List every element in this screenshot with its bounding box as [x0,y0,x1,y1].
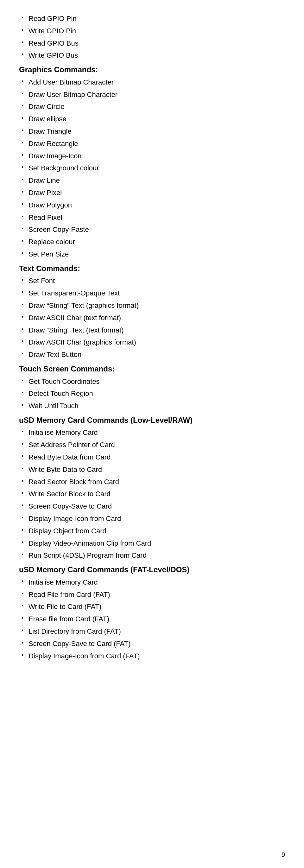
list-item: Draw Triangle [19,125,285,138]
list-item: Write File to Card (FAT) [19,601,285,613]
list-item: Draw Rectangle [19,138,285,150]
list-item: Set Font [19,275,285,287]
list-item: Draw ASCII Char (text format) [19,312,285,324]
list-item: Draw User Bitmap Character [19,89,285,101]
list-item: Get Touch Coordinates [19,376,285,388]
list-item: Read Byte Data from Card [19,451,285,464]
usd-fat-list: Initialise Memory Card Read File from Ca… [19,576,285,662]
list-item: Initialise Memory Card [19,427,285,439]
list-item: Draw Polygon [19,199,285,212]
touch-screen-list: Get Touch Coordinates Detect Touch Regio… [19,376,285,412]
list-item: Display Video-Animation Clip from Card [19,537,285,550]
list-item: Screen Copy-Save to Card [19,500,285,513]
list-item: Display Image-Icon from Card [19,513,285,525]
list-item: Draw Text Button [19,349,285,361]
list-item: Read GPIO Pin [19,13,285,25]
graphics-list: Add User Bitmap Character Draw User Bitm… [19,76,285,260]
list-item: Set Transparent-Opaque Text [19,287,285,300]
content-area: Read GPIO Pin Write GPIO Pin Read GPIO B… [19,13,285,662]
list-item: Screen Copy-Paste [19,224,285,236]
usd-raw-list: Initialise Memory Card Set Address Point… [19,427,285,562]
list-item: Read File from Card (FAT) [19,589,285,601]
list-item: List Directory from Card (FAT) [19,625,285,638]
page-number: 9 [281,851,285,859]
list-item: Detect Touch Region [19,388,285,400]
usd-raw-heading: uSD Memory Card Commands (Low-Level/RAW) [19,415,285,426]
list-item: Draw ellipse [19,113,285,125]
list-item: Read Pixel [19,212,285,224]
graphics-commands-heading: Graphics Commands: [19,64,285,75]
list-item: Initialise Memory Card [19,576,285,589]
list-item: Set Background colour [19,162,285,175]
list-item: Replace colour [19,236,285,248]
list-item: Screen Copy-Save to Card (FAT) [19,638,285,650]
list-item: Read GPIO Bus [19,37,285,50]
usd-fat-heading: uSD Memory Card Commands (FAT-Level/DOS) [19,564,285,575]
list-item: Draw “String” Text (graphics format) [19,300,285,312]
list-item: Set Pen Size [19,248,285,260]
text-commands-list: Set Font Set Transparent-Opaque Text Dra… [19,275,285,361]
list-item: Write GPIO Bus [19,50,285,62]
list-item: Run Script (4DSL) Program from Card [19,550,285,562]
list-item: Set Address Pointer of Card [19,439,285,451]
list-item: Write Sector Block to Card [19,488,285,500]
list-item: Write GPIO Pin [19,25,285,37]
list-item: Display Object from Card [19,525,285,537]
list-item: Draw Pixel [19,187,285,199]
list-item: Display Image-Icon from Card (FAT) [19,650,285,662]
list-item: Draw “String” Text (text format) [19,324,285,337]
list-item: Erase file from Card (FAT) [19,613,285,625]
list-item: Draw Circle [19,101,285,113]
list-item: Draw Line [19,175,285,187]
list-item: Draw ASCII Char (graphics format) [19,336,285,349]
list-item: Wait Until Touch [19,400,285,412]
text-commands-heading: Text Commands: [19,263,285,274]
list-item: Read Sector Block from Card [19,476,285,488]
touch-screen-commands-heading: Touch Screen Commands: [19,364,285,374]
list-item: Write Byte Data to Card [19,464,285,476]
list-item: Add User Bitmap Character [19,76,285,89]
list-item: Draw Image-Icon [19,150,285,162]
top-list: Read GPIO Pin Write GPIO Pin Read GPIO B… [19,13,285,62]
